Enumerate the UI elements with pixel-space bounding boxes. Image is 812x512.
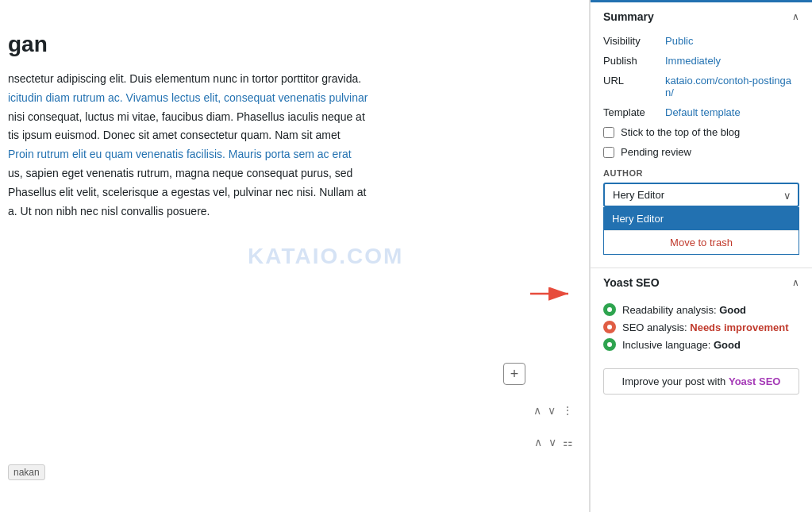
author-select-wrapper: Hery Editor ∨ <box>603 183 799 207</box>
readability-item: Readability analysis: Good <box>603 303 799 316</box>
author-label: AUTHOR <box>603 168 799 178</box>
editor-area: gan nsectetur adipiscing elit. Duis elem… <box>0 0 590 512</box>
block-toolbar-2: ∧ ∨ ⚏ <box>534 436 573 448</box>
yoast-brand-text: Yoast SEO <box>729 375 781 387</box>
url-row: URL kataio.com/contoh-postingan/ <box>591 71 812 102</box>
stick-top-checkbox[interactable] <box>603 127 614 138</box>
editor-content: gan nsectetur adipiscing elit. Duis elem… <box>8 32 573 221</box>
inclusive-item: Inclusive language: Good <box>603 338 799 351</box>
dropdown-item-move-trash[interactable]: Move to trash <box>604 230 799 254</box>
summary-section: Summary ∧ Visibility Public Publish Imme… <box>591 2 812 268</box>
block-toolbar-1: ∧ ∨ ⋮ <box>533 404 573 417</box>
summary-collapse-icon: ∧ <box>792 11 799 22</box>
chevron-up-icon-2[interactable]: ∧ <box>534 436 542 448</box>
add-block-button[interactable]: + <box>503 363 525 385</box>
pending-review-row: Pending review <box>591 142 812 162</box>
publish-value[interactable]: Immediately <box>665 55 721 67</box>
seo-analysis-dot <box>603 321 616 333</box>
nakan-tag[interactable]: nakan <box>8 464 45 480</box>
visibility-value[interactable]: Public <box>665 35 693 47</box>
pending-review-checkbox[interactable] <box>603 147 614 158</box>
drag-icon[interactable]: ⚏ <box>563 436 573 448</box>
author-section: AUTHOR Hery Editor ∨ Hery Editor Move to… <box>591 162 812 258</box>
yoast-section: Yoast SEO ∧ Readability analysis: Good S… <box>591 268 812 407</box>
author-dropdown: Hery Editor Move to trash <box>603 207 799 255</box>
editor-heading: gan <box>8 32 573 57</box>
publish-label: Publish <box>603 55 659 67</box>
yoast-header[interactable]: Yoast SEO ∧ <box>591 268 812 297</box>
chevron-down-icon-2[interactable]: ∨ <box>548 436 556 448</box>
sidebar: Summary ∧ Visibility Public Publish Imme… <box>590 0 812 512</box>
arrow-indicator <box>530 287 578 321</box>
visibility-row: Visibility Public <box>591 31 812 51</box>
summary-header[interactable]: Summary ∧ <box>591 2 812 31</box>
publish-row: Publish Immediately <box>591 51 812 71</box>
url-value[interactable]: kataio.com/contoh-postingan/ <box>665 75 799 98</box>
stick-top-label: Stick to the top of the blog <box>621 126 740 138</box>
editor-paragraph: nsectetur adipiscing elit. Duis elementu… <box>8 70 573 221</box>
template-value[interactable]: Default template <box>665 106 741 118</box>
stick-top-row: Stick to the top of the blog <box>591 122 812 142</box>
chevron-down-icon[interactable]: ∨ <box>548 404 556 417</box>
inclusive-text: Inclusive language: Good <box>622 339 741 351</box>
watermark: KATAIO.COM <box>248 244 403 269</box>
yoast-body: Readability analysis: Good SEO analysis:… <box>591 297 812 362</box>
chevron-up-icon[interactable]: ∧ <box>533 404 541 417</box>
seo-analysis-text: SEO analysis: Needs improvement <box>622 321 789 333</box>
improve-post-button[interactable]: Improve your post with Yoast SEO <box>603 368 799 395</box>
readability-text: Readability analysis: Good <box>622 304 746 316</box>
yoast-collapse-icon: ∧ <box>792 277 799 288</box>
inclusive-dot <box>603 338 616 351</box>
more-options-icon[interactable]: ⋮ <box>562 404 573 417</box>
summary-title: Summary <box>603 10 654 23</box>
pending-review-label: Pending review <box>621 146 691 158</box>
readability-dot <box>603 303 616 316</box>
seo-analysis-item: SEO analysis: Needs improvement <box>603 321 799 333</box>
template-row: Template Default template <box>591 102 812 122</box>
yoast-title: Yoast SEO <box>603 276 660 289</box>
template-label: Template <box>603 106 659 118</box>
author-select[interactable]: Hery Editor <box>603 183 799 207</box>
url-label: URL <box>603 75 659 87</box>
dropdown-item-hery[interactable]: Hery Editor <box>604 207 799 230</box>
visibility-label: Visibility <box>603 35 659 47</box>
